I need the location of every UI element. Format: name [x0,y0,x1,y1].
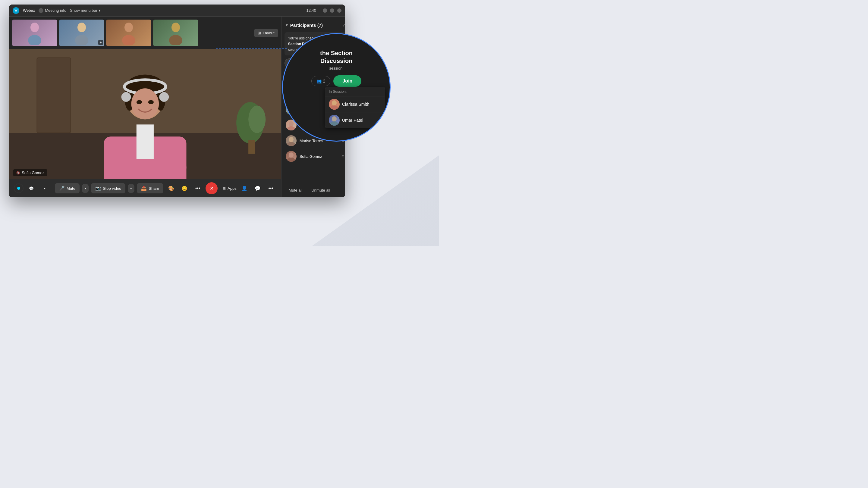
svg-point-42 [332,100,337,106]
svg-point-24 [148,100,154,104]
svg-point-6 [172,23,180,32]
muted-icon: 🔇 [16,171,20,174]
camera-icon: 📷 [95,186,101,191]
whiteboard-button[interactable]: 🎨 [166,183,177,194]
svg-point-5 [122,35,135,45]
participant-item[interactable]: Sofia Gomez ⟲ 📷 🎤 [283,149,345,164]
share-button[interactable]: 📤 Share [137,183,163,193]
in-session-popup: In Session: Clarissa Smith Umar Patel [325,87,385,128]
webex-logo: W [13,7,19,14]
apps-label: Apps [227,186,237,191]
svg-point-20 [121,92,131,102]
connector-lines [216,30,288,69]
in-session-name-1: Clarissa Smith [342,102,369,107]
close-btn[interactable] [337,8,341,13]
participant-name: Sofia Gomez [300,154,337,159]
thumbnail-1[interactable] [12,20,57,46]
share-label: Share [149,186,159,191]
window-controls [323,8,341,13]
participants-button[interactable]: 👤 [239,183,250,194]
zoom-section-title: the Section Discussion [308,49,365,65]
right-controls: ⊞ Apps 👤 💬 ••• [222,183,276,194]
recording-indicator [14,184,24,193]
people-icon: 👥 [316,78,321,84]
microphone-icon: 🎤 [59,186,65,191]
title-bar: W Webex i Meeting info Show menu bar ▾ 1… [9,4,345,17]
show-menu-btn[interactable]: Show menu bar ▾ [70,8,101,13]
show-menu-label: Show menu bar [70,8,97,13]
svg-rect-14 [248,140,255,154]
more-button[interactable]: ••• [192,183,203,194]
mute-all-button[interactable]: Mute all [286,186,306,194]
svg-point-1 [28,35,41,45]
panel-header-icons: ⤢ ✕ [340,21,345,29]
zoom-count-badge: 👥 2 [311,76,331,86]
apps-icon: ⊞ [222,186,226,191]
app-name: Webex [23,8,35,13]
more-options-button[interactable]: ••• [266,183,276,194]
in-session-header: In Session: [325,87,385,96]
time-display: 12:40 [306,8,316,13]
thumbnail-4[interactable] [153,20,198,46]
svg-point-0 [30,23,39,32]
captions-button[interactable]: 💬 [26,183,37,194]
svg-point-7 [169,35,182,45]
zoom-overlay: the Section Discussion session. 👥 2 Join… [282,33,391,141]
in-session-avatar-2 [329,115,340,126]
panel-header: ▾ Participants (7) ⤢ ✕ [281,17,345,32]
zoom-join-button[interactable]: Join [333,75,361,87]
mute-button[interactable]: 🎤 Mute [55,183,80,193]
end-call-button[interactable]: ✕ [206,182,218,194]
svg-point-39 [287,158,296,162]
speaker-name: Sofia Gomez [22,170,44,175]
svg-rect-27 [136,124,154,159]
svg-point-43 [330,105,338,110]
unmute-all-button[interactable]: Unmute all [308,186,333,194]
participant-icons: ⟲ 📷 🎤 [340,154,345,159]
control-bar: 💬 ▾ 🎤 Mute ▾ 📷 Stop video ▾ 📤 [9,179,281,197]
svg-point-2 [78,23,86,32]
svg-point-22 [131,88,159,119]
mic-off-indicator: ⊗ [98,40,103,45]
reactions-dropdown[interactable]: ▾ [39,183,50,194]
panel-title: Participants (7) [290,23,338,28]
apps-button[interactable]: ⊞ Apps [222,186,237,191]
popout-button[interactable]: ⤢ [340,21,345,29]
chevron-down-icon: ▾ [98,8,101,13]
zoom-desc: session. [329,66,344,70]
in-session-avatar-1 [329,99,340,110]
meeting-info-label: Meeting info [45,8,66,13]
speaker-name-label: 🔇 Sofia Gomez [13,169,47,176]
svg-point-45 [330,121,338,126]
in-session-person-1: Clarissa Smith [325,96,385,112]
stop-video-label: Stop video [103,186,121,191]
svg-point-4 [124,23,133,32]
video-dropdown[interactable]: ▾ [128,184,134,193]
panel-footer: Mute all Unmute all ••• [281,183,345,197]
share-icon: 📤 [141,186,147,191]
zoom-circle: the Section Discussion session. 👥 2 Join… [282,33,391,141]
stop-video-button[interactable]: 📷 Stop video [91,183,125,193]
svg-point-13 [248,105,266,133]
mute-dropdown[interactable]: ▾ [82,184,89,193]
svg-point-3 [75,35,88,45]
svg-rect-11 [37,58,70,133]
maximize-btn[interactable] [330,8,334,13]
mute-label: Mute [67,186,75,191]
sync-icon: ⟲ [340,154,345,159]
zoom-count: 2 [323,78,326,84]
avatar [286,151,297,162]
in-session-person-2: Umar Patel [325,112,385,128]
emoji-button[interactable]: 😊 [179,183,190,194]
zoom-join-row: 👥 2 Join [311,75,362,87]
meeting-info-btn[interactable]: i Meeting info [38,8,66,13]
svg-point-38 [289,153,293,158]
svg-point-23 [136,100,142,104]
svg-point-37 [287,142,296,146]
minimize-btn[interactable] [323,8,327,13]
thumbnail-3[interactable] [106,20,151,46]
chat-button[interactable]: 💬 [252,183,263,194]
collapse-panel-button[interactable]: ▾ [286,23,288,27]
thumbnail-2[interactable]: ⊗ [59,20,104,46]
info-icon: i [38,8,43,13]
